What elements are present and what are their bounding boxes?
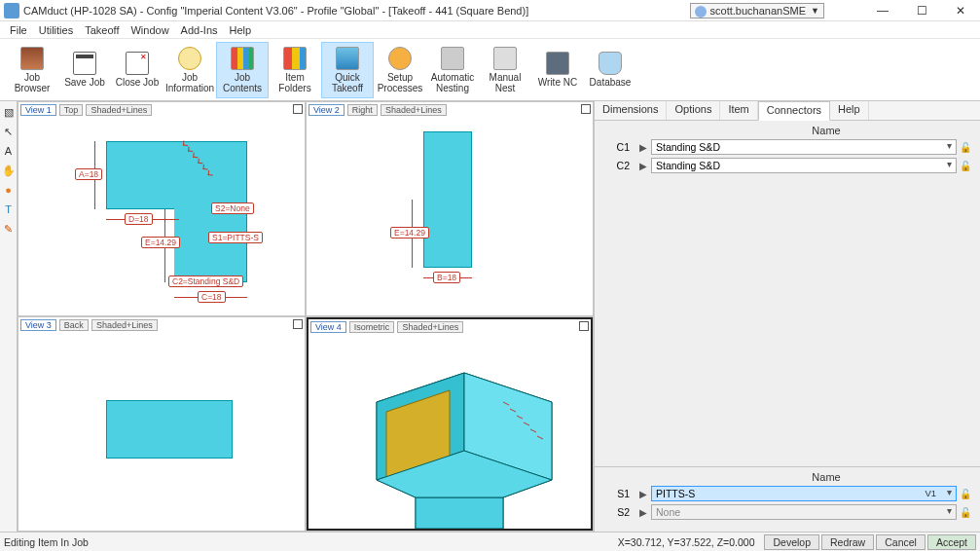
tab-item[interactable]: Item — [720, 101, 757, 120]
vp3-name[interactable]: View 3 — [20, 319, 56, 331]
save-job-button[interactable]: Save Job — [58, 42, 111, 98]
automatic-nesting-button[interactable]: Automatic Nesting — [426, 42, 479, 98]
tab-dimensions[interactable]: Dimensions — [595, 101, 667, 120]
vp1-maximize-icon[interactable] — [293, 104, 303, 114]
save-job-label: Save Job — [64, 77, 105, 88]
menu-addins[interactable]: Add-Ins — [175, 24, 224, 36]
viewport-3[interactable]: View 3 Back Shaded+Lines — [18, 317, 305, 531]
dim-d: D=18 — [125, 213, 153, 225]
close-button[interactable]: ✕ — [941, 0, 980, 21]
viewports: View 1 Top Shaded+Lines A=18 D=18 E=14.2… — [18, 101, 594, 532]
vp2-mode2[interactable]: Shaded+Lines — [381, 104, 447, 116]
manual-nest-button[interactable]: Manual Nest — [479, 42, 531, 98]
tool-tshape-icon[interactable]: T — [2, 202, 16, 216]
connector-row-c1: C1 ▶ Standing S&D 🔓 — [600, 138, 974, 156]
viewport-2[interactable]: View 2 Right Shaded+Lines E=14.29 B=18 — [307, 102, 593, 315]
dim-e2: E=14.29 — [390, 227, 429, 239]
c1-dropdown[interactable]: Standing S&D — [651, 139, 957, 155]
user-name: scott.buchananSME — [710, 5, 806, 17]
dim-b: B=18 — [433, 272, 460, 283]
menu-utilities[interactable]: Utilities — [33, 24, 79, 36]
viewport-1[interactable]: View 1 Top Shaded+Lines A=18 D=18 E=14.2… — [18, 102, 305, 315]
vp3-maximize-icon[interactable] — [293, 319, 303, 329]
vp1-mode2[interactable]: Shaded+Lines — [86, 104, 152, 116]
setup-processes-button[interactable]: Setup Processes — [374, 42, 426, 98]
close-job-icon — [126, 52, 149, 75]
redraw-button[interactable]: Redraw — [821, 534, 874, 550]
s1-dropdown[interactable]: PITTS-S V1 — [651, 486, 957, 501]
cancel-button[interactable]: Cancel — [876, 534, 926, 550]
quick-takeoff-button[interactable]: Quick Takeoff — [321, 42, 374, 98]
write-nc-button[interactable]: Write NC — [531, 42, 584, 98]
menu-file[interactable]: File — [4, 24, 33, 36]
info-icon — [178, 47, 201, 70]
s2-label: S2 — [600, 506, 635, 518]
viewport-4[interactable]: View 4 Isometric Shaded+Lines — [307, 317, 593, 531]
tab-options[interactable]: Options — [667, 101, 720, 120]
c1-expand-icon[interactable]: ▶ — [635, 142, 651, 153]
tool-text-icon[interactable]: A — [2, 144, 16, 158]
vp2-maximize-icon[interactable] — [581, 104, 591, 114]
tool-fdot-icon[interactable]: ● — [2, 183, 16, 197]
close-job-label: Close Job — [116, 77, 159, 88]
s2-lock-icon[interactable]: 🔓 — [957, 507, 974, 518]
vp1-mode1[interactable]: Top — [59, 104, 84, 116]
user-dropdown[interactable]: scott.buchananSME — [690, 3, 824, 18]
job-contents-button[interactable]: Job Contents — [216, 42, 269, 98]
tool-hand-icon[interactable]: ✋ — [2, 164, 16, 177]
vp4-mode2[interactable]: Shaded+Lines — [397, 321, 463, 333]
vp2-name[interactable]: View 2 — [309, 104, 345, 116]
tab-help[interactable]: Help — [830, 101, 869, 120]
manual-nest-label: Manual Nest — [480, 72, 530, 93]
dim-c: C=18 — [198, 291, 226, 303]
s1-lock-icon[interactable]: 🔓 — [957, 489, 974, 499]
vp1-name[interactable]: View 1 — [20, 104, 56, 116]
maximize-button[interactable]: ☐ — [902, 0, 941, 21]
dim-s2: S2=None — [211, 202, 254, 214]
write-nc-label: Write NC — [538, 77, 577, 88]
seams-header: Name — [678, 471, 974, 483]
c2-lock-icon[interactable]: 🔓 — [957, 161, 974, 171]
vp2-mode1[interactable]: Right — [347, 104, 378, 116]
menu-takeoff[interactable]: Takeoff — [79, 24, 125, 36]
vp3-mode2[interactable]: Shaded+Lines — [91, 319, 158, 331]
close-job-button[interactable]: Close Job — [111, 42, 163, 98]
job-information-button[interactable]: Job Information — [163, 42, 216, 98]
menu-help[interactable]: Help — [224, 24, 258, 36]
connector-row-c2: C2 ▶ Standing S&D 🔓 — [600, 157, 974, 174]
s1-expand-icon[interactable]: ▶ — [635, 489, 651, 499]
tool-pencil-icon[interactable]: ✎ — [2, 222, 16, 236]
s1-suffix: V1 — [925, 488, 936, 498]
save-icon — [73, 52, 96, 75]
c2-dropdown[interactable]: Standing S&D — [651, 158, 957, 173]
vp2-header: View 2 Right Shaded+Lines — [309, 104, 447, 116]
tab-connectors[interactable]: Connectors — [758, 101, 830, 121]
tool-arrow-icon[interactable]: ↖ — [2, 125, 16, 138]
develop-button[interactable]: Develop — [764, 534, 819, 550]
c2-value: Standing S&D — [656, 160, 720, 171]
c2-expand-icon[interactable]: ▶ — [635, 161, 651, 171]
database-button[interactable]: Database — [584, 42, 636, 98]
vp4-mode1[interactable]: Isometric — [349, 321, 395, 333]
seam-row-s2: S2 ▶ None 🔓 — [600, 503, 974, 521]
seam-row-s1: S1 ▶ PITTS-S V1 🔓 — [600, 485, 974, 502]
automatic-nesting-label: Automatic Nesting — [427, 72, 478, 93]
vp4-maximize-icon[interactable] — [579, 321, 589, 331]
menu-window[interactable]: Window — [125, 24, 174, 36]
titlebar: CAMduct (HP-1028 SA) - Config "Imperial … — [0, 0, 980, 21]
s2-dropdown[interactable]: None — [651, 504, 957, 520]
job-browser-button[interactable]: Job Browser — [6, 42, 58, 98]
tool-cube-icon[interactable]: ▧ — [2, 105, 16, 119]
job-contents-label: Job Contents — [217, 72, 268, 93]
c1-lock-icon[interactable]: 🔓 — [957, 142, 974, 153]
vp4-name[interactable]: View 4 — [310, 321, 346, 333]
vp3-mode1[interactable]: Back — [59, 319, 89, 331]
dim-e1: E=14.29 — [141, 237, 180, 248]
s2-expand-icon[interactable]: ▶ — [635, 507, 651, 518]
vp2-shape — [423, 131, 472, 268]
item-folders-button[interactable]: Item Folders — [269, 42, 321, 98]
write-nc-icon — [546, 52, 569, 75]
database-label: Database — [590, 77, 632, 88]
accept-button[interactable]: Accept — [927, 534, 976, 550]
minimize-button[interactable]: — — [863, 0, 902, 21]
